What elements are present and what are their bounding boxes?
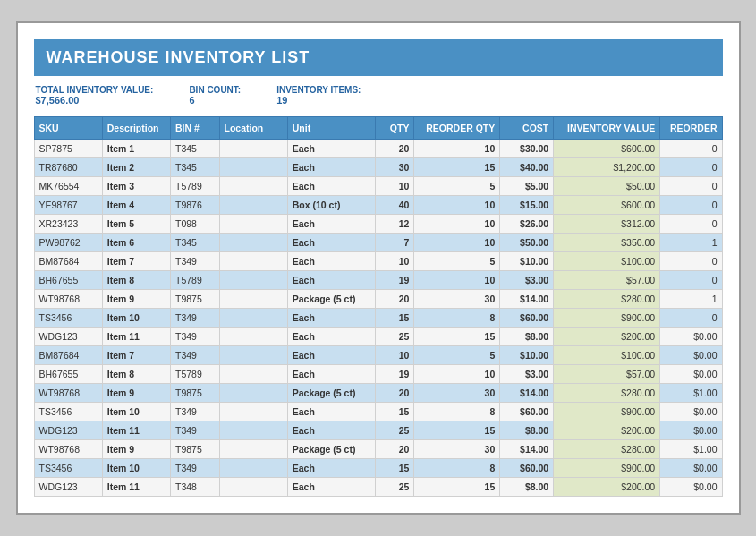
cell-unit: Each	[287, 478, 375, 497]
cell-reorder: $0.00	[660, 421, 722, 440]
cell-bin: T9876	[171, 196, 219, 215]
table-row: XR23423Item 5T098Each1210$26.00$312.000	[34, 215, 722, 234]
cell-inv-val: $280.00	[554, 440, 660, 459]
cell-cost: $26.00	[500, 215, 554, 234]
header-unit: Unit	[287, 117, 375, 140]
cell-reorder: 0	[660, 177, 722, 196]
cell-location	[219, 271, 287, 290]
cell-bin: T349	[171, 421, 219, 440]
table-row: WDG123Item 11T348Each2515$8.00$200.00$0.…	[34, 478, 722, 497]
cell-qty: 20	[375, 440, 414, 459]
inventory-items-value: 19	[276, 95, 361, 106]
header-bin: BIN #	[171, 117, 219, 140]
cell-cost: $60.00	[500, 309, 554, 328]
cell-reorder: 0	[660, 309, 722, 328]
cell-bin: T349	[171, 459, 219, 478]
inventory-items-label: INVENTORY ITEMS:	[276, 85, 361, 95]
cell-reorder: 0	[660, 140, 722, 158]
cell-sku: YE98767	[34, 196, 102, 215]
cell-unit: Each	[287, 177, 375, 196]
cell-location	[219, 478, 287, 497]
cell-reorder-qty: 8	[414, 459, 500, 478]
cell-qty: 15	[375, 459, 414, 478]
cell-reorder-qty: 15	[414, 478, 500, 497]
table-row: WDG123Item 11T349Each2515$8.00$200.00$0.…	[34, 328, 722, 346]
cell-sku: SP7875	[34, 140, 102, 158]
cell-inv-val: $57.00	[554, 271, 660, 290]
cell-bin: T5789	[171, 271, 219, 290]
cell-unit: Each	[287, 309, 375, 328]
bin-count-value: 6	[189, 95, 241, 106]
cell-desc: Item 11	[102, 328, 170, 346]
cell-cost: $30.00	[500, 140, 554, 158]
cell-bin: T345	[171, 234, 219, 252]
table-row: WT98768Item 9T9875Package (5 ct)2030$14.…	[34, 290, 722, 309]
cell-sku: BH67655	[34, 271, 102, 290]
cell-inv-val: $600.00	[554, 140, 660, 158]
cell-desc: Item 6	[102, 234, 170, 252]
cell-unit: Each	[287, 271, 375, 290]
cell-reorder: 0	[660, 252, 722, 271]
cell-sku: WDG123	[34, 328, 102, 346]
table-row: BH67655Item 8T5789Each1910$3.00$57.000	[34, 271, 722, 290]
cell-location	[219, 421, 287, 440]
cell-qty: 20	[375, 140, 414, 158]
cell-desc: Item 9	[102, 440, 170, 459]
table-row: WT98768Item 9T9875Package (5 ct)2030$14.…	[34, 440, 722, 459]
cell-reorder-qty: 15	[414, 328, 500, 346]
table-row: YE98767Item 4T9876Box (10 ct)4010$15.00$…	[34, 196, 722, 215]
table-row: SP7875Item 1T345Each2010$30.00$600.000	[34, 140, 722, 158]
total-inventory-value: $7,566.00	[36, 95, 154, 106]
cell-reorder: 1	[660, 290, 722, 309]
cell-unit: Each	[287, 365, 375, 384]
cell-unit: Each	[287, 215, 375, 234]
cell-reorder-qty: 15	[414, 421, 500, 440]
cell-location	[219, 234, 287, 252]
cell-desc: Item 11	[102, 478, 170, 497]
cell-bin: T9875	[171, 290, 219, 309]
cell-inv-val: $100.00	[554, 346, 660, 365]
cell-sku: TS3456	[34, 403, 102, 421]
cell-cost: $8.00	[500, 421, 554, 440]
cell-sku: WDG123	[34, 421, 102, 440]
cell-reorder-qty: 8	[414, 309, 500, 328]
cell-desc: Item 10	[102, 403, 170, 421]
cell-cost: $14.00	[500, 384, 554, 403]
cell-cost: $14.00	[500, 440, 554, 459]
cell-reorder-qty: 8	[414, 403, 500, 421]
cell-qty: 10	[375, 252, 414, 271]
cell-cost: $50.00	[500, 234, 554, 252]
table-row: TS3456Item 10T349Each158$60.00$900.00$0.…	[34, 459, 722, 478]
table-row: BM87684Item 7T349Each105$10.00$100.000	[34, 252, 722, 271]
cell-reorder: 0	[660, 215, 722, 234]
cell-unit: Each	[287, 158, 375, 177]
table-row: MK76554Item 3T5789Each105$5.00$50.000	[34, 177, 722, 196]
cell-qty: 7	[375, 234, 414, 252]
summary-row: TOTAL INVENTORY VALUE: $7,566.00 BIN COU…	[34, 85, 723, 106]
cell-inv-val: $900.00	[554, 459, 660, 478]
cell-cost: $5.00	[500, 177, 554, 196]
table-row: TS3456Item 10T349Each158$60.00$900.00$0.…	[34, 403, 722, 421]
inventory-items-summary: INVENTORY ITEMS: 19	[276, 85, 361, 106]
cell-location	[219, 177, 287, 196]
cell-inv-val: $350.00	[554, 234, 660, 252]
cell-bin: T9875	[171, 440, 219, 459]
cell-cost: $14.00	[500, 290, 554, 309]
cell-reorder: 0	[660, 196, 722, 215]
cell-qty: 12	[375, 215, 414, 234]
cell-sku: BH67655	[34, 365, 102, 384]
cell-desc: Item 7	[102, 252, 170, 271]
cell-reorder: $0.00	[660, 346, 722, 365]
cell-cost: $3.00	[500, 271, 554, 290]
cell-desc: Item 8	[102, 365, 170, 384]
cell-bin: T349	[171, 403, 219, 421]
bin-count-summary: BIN COUNT: 6	[189, 85, 241, 106]
cell-location	[219, 328, 287, 346]
cell-reorder-qty: 5	[414, 252, 500, 271]
cell-cost: $8.00	[500, 478, 554, 497]
cell-reorder: $1.00	[660, 440, 722, 459]
cell-sku: WT98768	[34, 384, 102, 403]
table-row: WT98768Item 9T9875Package (5 ct)2030$14.…	[34, 384, 722, 403]
cell-bin: T9875	[171, 384, 219, 403]
cell-unit: Each	[287, 421, 375, 440]
